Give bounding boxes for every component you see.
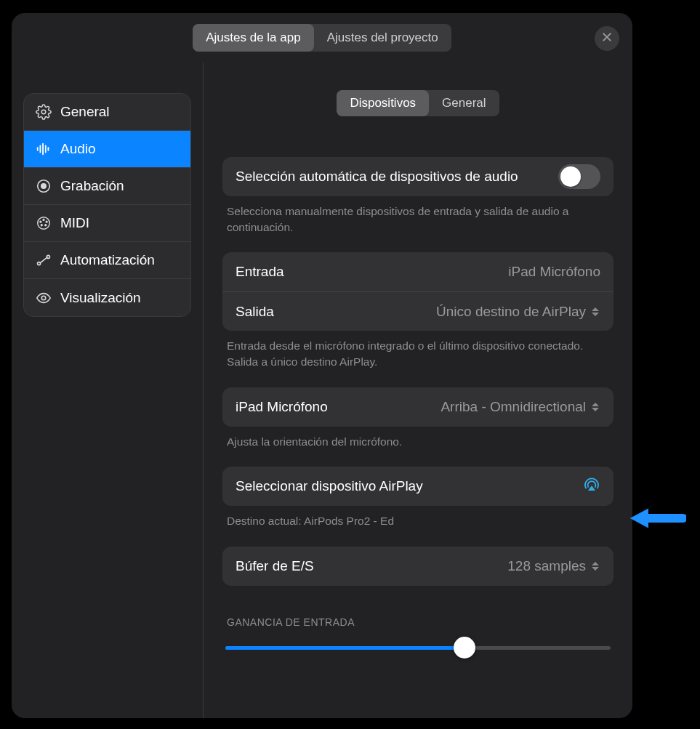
airplay-label: Seleccionar dispositivo AirPlay — [236, 478, 423, 494]
sidebar-item-label: Audio — [60, 141, 96, 157]
io-desc: Entrada desde el micrófono integrado o e… — [222, 331, 613, 369]
sidebar-item-general[interactable]: General — [24, 94, 190, 131]
tab-app-settings[interactable]: Ajustes de la app — [193, 24, 313, 52]
input-label: Entrada — [236, 264, 284, 280]
slider-fill — [225, 646, 464, 650]
svg-point-9 — [41, 184, 46, 188]
toggle-knob — [560, 166, 581, 187]
sidebar-item-label: Grabación — [60, 178, 124, 194]
top-toolbar: Ajustes de la app Ajustes del proyecto — [12, 13, 632, 63]
sidebar-item-display[interactable]: Visualización — [24, 279, 190, 316]
up-down-carets-icon — [592, 400, 600, 414]
buffer-row[interactable]: Búfer de E/S 128 samples — [222, 547, 613, 586]
midi-icon — [34, 214, 53, 233]
gain-block: GANANCIA DE ENTRADA — [222, 603, 613, 658]
mic-desc: Ajusta la orientación del micrófono. — [222, 427, 613, 450]
auto-select-desc: Selecciona manualmente dispositivos de e… — [222, 196, 613, 235]
slider-track — [225, 646, 611, 650]
buffer-value: 128 samples — [507, 558, 600, 574]
main-panel: Dispositivos General Selección automátic… — [204, 63, 632, 718]
svg-point-14 — [41, 225, 42, 226]
mic-block: iPad Micrófono Arriba - Omnidirectional … — [222, 387, 613, 450]
subtab-general[interactable]: General — [429, 90, 499, 116]
sidebar-item-label: Visualización — [60, 290, 141, 306]
output-value-text: Único destino de AirPlay — [436, 304, 586, 320]
up-down-carets-icon — [592, 560, 600, 573]
output-label: Salida — [236, 304, 274, 320]
svg-point-13 — [46, 221, 47, 222]
sidebar-item-label: Automatización — [60, 252, 155, 268]
record-icon — [34, 177, 53, 196]
sidebar-item-audio[interactable]: Audio — [24, 131, 190, 168]
gear-icon — [34, 102, 53, 121]
modal-body: General Audio Grabación — [12, 63, 632, 718]
airplay-row[interactable]: Seleccionar dispositivo AirPlay — [222, 467, 613, 506]
auto-select-block: Selección automática de dispositivos de … — [222, 157, 613, 235]
svg-point-12 — [40, 221, 41, 222]
audio-wave-icon — [34, 140, 53, 158]
auto-select-toggle[interactable] — [558, 164, 600, 189]
svg-point-19 — [41, 296, 46, 300]
up-down-carets-icon — [592, 305, 600, 318]
automation-icon — [34, 251, 53, 270]
mic-value-text: Arriba - Omnidirectional — [440, 399, 586, 415]
annotation-arrow — [625, 505, 691, 534]
close-icon — [601, 31, 613, 46]
mic-label: iPad Micrófono — [236, 399, 328, 415]
auto-select-row: Selección automática de dispositivos de … — [222, 157, 613, 196]
io-block: Entrada iPad Micrófono Salida Único dest… — [222, 252, 613, 369]
sidebar-item-label: General — [60, 104, 110, 120]
buffer-label: Búfer de E/S — [236, 558, 314, 574]
svg-point-11 — [43, 219, 44, 221]
slider-thumb[interactable] — [454, 637, 475, 658]
sidebar-item-label: MIDI — [60, 215, 89, 231]
sub-segmented-control: Dispositivos General — [337, 90, 499, 116]
close-button[interactable] — [595, 26, 619, 51]
input-row[interactable]: Entrada iPad Micrófono — [222, 252, 613, 291]
arrow-left-icon — [625, 502, 686, 537]
eye-icon — [34, 289, 53, 307]
tab-project-settings[interactable]: Ajustes del proyecto — [314, 24, 451, 52]
airplay-icon — [583, 476, 600, 497]
sidebar-item-recording[interactable]: Grabación — [24, 168, 190, 205]
mic-row[interactable]: iPad Micrófono Arriba - Omnidirectional — [222, 387, 613, 427]
gain-slider[interactable] — [222, 637, 613, 658]
sidebar-item-automation[interactable]: Automatización — [24, 242, 190, 279]
buffer-value-text: 128 samples — [507, 558, 586, 574]
output-row[interactable]: Salida Único destino de AirPlay — [222, 291, 613, 331]
mic-value: Arriba - Omnidirectional — [440, 399, 600, 415]
gain-label: GANANCIA DE ENTRADA — [222, 603, 613, 637]
sidebar-list: General Audio Grabación — [23, 93, 191, 317]
settings-modal: Ajustes de la app Ajustes del proyecto G… — [12, 13, 632, 718]
top-segmented-control: Ajustes de la app Ajustes del proyecto — [193, 24, 451, 52]
airplay-block: Seleccionar dispositivo AirPlay Destino … — [222, 467, 613, 529]
svg-point-15 — [45, 225, 47, 226]
sidebar: General Audio Grabación — [12, 63, 204, 718]
sidebar-item-midi[interactable]: MIDI — [24, 205, 190, 242]
auto-select-label: Selección automática de dispositivos de … — [236, 169, 518, 185]
subtab-devices[interactable]: Dispositivos — [337, 90, 429, 116]
output-value: Único destino de AirPlay — [436, 304, 600, 320]
svg-line-18 — [40, 257, 47, 262]
airplay-desc: Destino actual: AirPods Pro2 - Ed — [222, 506, 613, 529]
input-value: iPad Micrófono — [508, 264, 600, 280]
buffer-block: Búfer de E/S 128 samples — [222, 547, 613, 586]
svg-point-2 — [41, 110, 46, 114]
